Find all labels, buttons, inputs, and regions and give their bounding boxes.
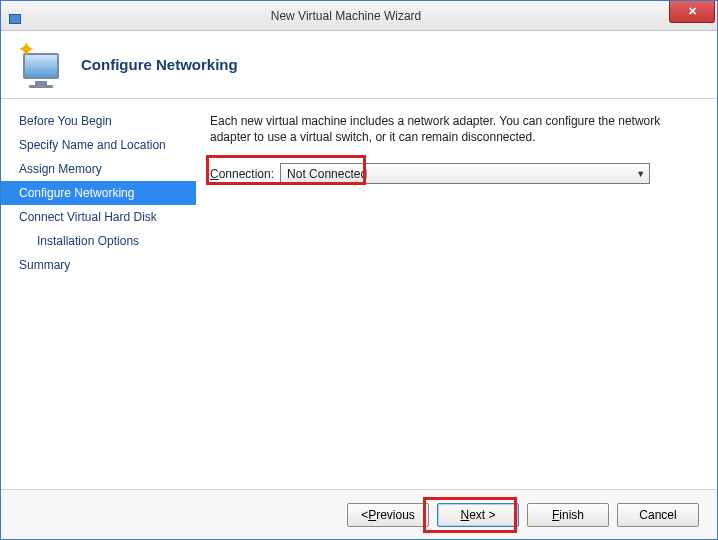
wizard-steps-sidebar: Before You Begin Specify Name and Locati… — [1, 99, 196, 489]
connection-value: Not Connected — [287, 167, 367, 181]
previous-button[interactable]: < Previous — [347, 503, 429, 527]
close-icon: ✕ — [688, 5, 697, 18]
sidebar-item-installation-options[interactable]: Installation Options — [1, 229, 196, 253]
wizard-header: ✦ Configure Networking — [1, 31, 717, 99]
connection-row: Connection: Not Connected ▼ — [210, 163, 699, 184]
page-title: Configure Networking — [81, 56, 238, 73]
connection-dropdown[interactable]: Not Connected ▼ — [280, 163, 650, 184]
connection-label: Connection: — [210, 167, 274, 181]
app-icon — [7, 8, 23, 24]
cancel-button[interactable]: Cancel — [617, 503, 699, 527]
close-button[interactable]: ✕ — [669, 1, 715, 23]
sidebar-item-configure-networking[interactable]: Configure Networking — [1, 181, 196, 205]
main-panel: Each new virtual machine includes a netw… — [196, 99, 717, 489]
sidebar-item-summary[interactable]: Summary — [1, 253, 196, 277]
content-area: Before You Begin Specify Name and Locati… — [1, 99, 717, 489]
sidebar-item-before-you-begin[interactable]: Before You Begin — [1, 109, 196, 133]
chevron-down-icon: ▼ — [636, 169, 645, 179]
wizard-footer: < Previous Next > Finish Cancel — [1, 489, 717, 539]
window-title: New Virtual Machine Wizard — [23, 9, 669, 23]
next-button[interactable]: Next > — [437, 503, 519, 527]
sidebar-item-assign-memory[interactable]: Assign Memory — [1, 157, 196, 181]
sidebar-item-specify-name[interactable]: Specify Name and Location — [1, 133, 196, 157]
vm-icon: ✦ — [17, 41, 65, 89]
titlebar: New Virtual Machine Wizard ✕ — [1, 1, 717, 31]
sidebar-item-connect-vhd[interactable]: Connect Virtual Hard Disk — [1, 205, 196, 229]
step-description: Each new virtual machine includes a netw… — [210, 113, 699, 145]
finish-button[interactable]: Finish — [527, 503, 609, 527]
